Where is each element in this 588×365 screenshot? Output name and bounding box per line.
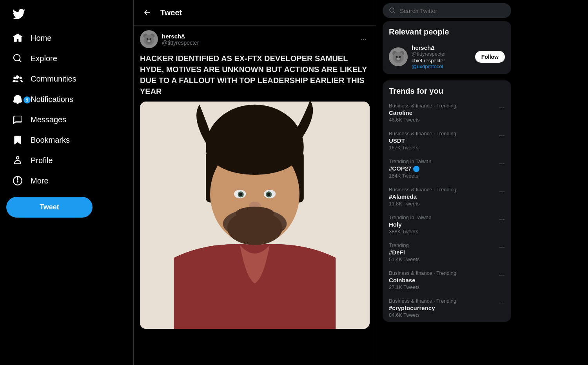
trend-item[interactable]: Trending in Taiwan #COP27 164K Tweets ··…	[383, 154, 511, 183]
trend-name: #DeFi	[389, 249, 420, 256]
trend-item[interactable]: Business & finance · Trending #Alameda 1…	[383, 183, 511, 211]
trend-content: Business & finance · Trending #cryptocur…	[389, 298, 456, 318]
trend-item[interactable]: Trending #DeFi 51.4K Tweets ···	[383, 238, 511, 266]
sidebar-item-notifications[interactable]: 9 Notifications	[6, 89, 127, 109]
tweet-body: hersch∆ @tittyrespecter ··· HACKER IDENT…	[134, 25, 376, 334]
sidebar-item-bookmarks[interactable]: Bookmarks	[6, 130, 127, 150]
svg-point-7	[149, 38, 151, 40]
tweet-button[interactable]: Tweet	[6, 197, 93, 218]
profile-icon	[13, 155, 23, 165]
trend-item[interactable]: Business & finance · Trending Coinbase 2…	[383, 266, 511, 294]
rel-person-handle: @tittyrespecter	[412, 51, 475, 57]
relevant-person-item: hersch∆ @tittyrespecter chief respecter …	[383, 40, 511, 74]
user-meta: hersch∆ @tittyrespecter	[162, 33, 199, 46]
sidebar-item-more-label: More	[31, 176, 49, 185]
rel-avatar[interactable]	[389, 47, 408, 66]
sidebar-item-profile[interactable]: Profile	[6, 151, 127, 170]
trend-count: 11.8K Tweets	[389, 201, 456, 207]
notifications-icon: 9	[13, 94, 23, 104]
user-name: hersch∆	[162, 33, 199, 40]
sidebar-item-home[interactable]: Home	[6, 28, 127, 48]
trend-content: Business & finance · Trending Coinbase 2…	[389, 270, 456, 290]
sidebar-item-messages-label: Messages	[31, 115, 66, 124]
communities-icon	[13, 74, 23, 84]
trend-more-button[interactable]: ···	[499, 270, 505, 279]
bookmarks-icon	[13, 135, 23, 145]
twitter-bird-icon	[13, 8, 25, 20]
sidebar-item-explore[interactable]: Explore	[6, 49, 127, 68]
trend-meta: Trending in Taiwan	[389, 214, 431, 220]
tweet-text: HACKER IDENTIFIED AS EX-FTX DEVELOPER SA…	[140, 53, 370, 97]
explore-icon	[13, 53, 23, 64]
back-arrow-icon	[143, 9, 151, 16]
trend-count: 27.1K Tweets	[389, 284, 456, 290]
trend-item[interactable]: Business & finance · Trending Caroline 4…	[383, 99, 511, 127]
trend-more-button[interactable]: ···	[499, 214, 505, 223]
search-bar	[383, 0, 511, 21]
trend-more-button[interactable]: ···	[499, 298, 505, 307]
tweet-photo	[140, 102, 370, 329]
tweet-page-header: Tweet	[134, 0, 376, 25]
trend-meta: Business & finance · Trending	[389, 103, 456, 109]
rel-bio-link[interactable]: @uxdprotocol	[412, 64, 443, 69]
search-icon	[389, 7, 396, 14]
trend-count: 51.4K Tweets	[389, 256, 420, 262]
trend-more-button[interactable]: ···	[499, 131, 505, 140]
trends-title: Trends for you	[383, 80, 511, 99]
trend-content: Business & finance · Trending #Alameda 1…	[389, 187, 456, 207]
tweet-user-info: hersch∆ @tittyrespecter	[140, 30, 199, 48]
trend-name: #cryptocurrency	[389, 305, 456, 311]
tweet-image	[140, 102, 370, 329]
trend-name: Holy	[389, 221, 431, 228]
trend-count: 84.6K Tweets	[389, 312, 456, 318]
trend-count: 167K Tweets	[389, 145, 456, 151]
avatar-image	[140, 30, 158, 48]
relevant-people-card: Relevant people hersch∆	[383, 21, 511, 74]
sidebar-item-more[interactable]: More	[6, 171, 127, 191]
sidebar-item-bookmarks-label: Bookmarks	[31, 136, 70, 145]
trend-badge	[413, 166, 419, 172]
trend-name: #COP27	[389, 165, 431, 172]
sidebar-item-profile-label: Profile	[31, 156, 53, 165]
trend-name: Coinbase	[389, 277, 456, 283]
trend-item[interactable]: Trending in Taiwan Holy 388K Tweets ···	[383, 211, 511, 238]
trend-meta: Business & finance · Trending	[389, 131, 456, 136]
avatar[interactable]	[140, 30, 158, 48]
svg-point-25	[227, 211, 282, 245]
trend-item[interactable]: Business & finance · Trending USDT 167K …	[383, 127, 511, 154]
page-title: Tweet	[160, 8, 182, 17]
twitter-logo[interactable]	[6, 3, 127, 27]
svg-point-6	[147, 38, 149, 40]
rel-bio-text: chief respecter	[412, 58, 445, 64]
follow-button[interactable]: Follow	[475, 51, 505, 63]
sidebar-item-notifications-label: Notifications	[31, 95, 73, 104]
trend-more-button[interactable]: ···	[499, 103, 505, 112]
svg-point-32	[399, 56, 401, 58]
svg-point-8	[147, 40, 151, 42]
trend-more-button[interactable]: ···	[499, 242, 505, 251]
main-content: Tweet h	[133, 0, 376, 365]
sidebar-item-home-label: Home	[31, 34, 51, 43]
trend-meta: Business & finance · Trending	[389, 298, 456, 304]
trend-meta: Trending in Taiwan	[389, 158, 431, 164]
svg-point-33	[397, 58, 400, 60]
tweet-image-inner	[140, 102, 370, 329]
notification-badge: 9	[24, 96, 31, 104]
sidebar-item-communities[interactable]: Communities	[6, 69, 127, 89]
trend-more-button[interactable]: ···	[499, 187, 505, 196]
tweet-user-row: hersch∆ @tittyrespecter ···	[140, 30, 370, 48]
trend-item[interactable]: Business & finance · Trending #cryptocur…	[383, 294, 511, 322]
tweet-more-button[interactable]: ···	[358, 34, 370, 45]
rel-person-bio: chief respecter @uxdprotocol	[412, 58, 475, 69]
search-input[interactable]	[400, 7, 505, 14]
svg-point-31	[396, 56, 398, 58]
trend-content: Trending in Taiwan #COP27 164K Tweets	[389, 158, 431, 179]
trend-meta: Trending	[389, 242, 420, 248]
search-inner[interactable]	[383, 3, 511, 18]
trend-count: 388K Tweets	[389, 229, 431, 234]
back-button[interactable]	[140, 5, 154, 20]
trend-more-button[interactable]: ···	[499, 158, 505, 167]
home-icon	[13, 33, 23, 43]
sidebar-item-messages[interactable]: Messages	[6, 110, 127, 129]
trend-content: Trending in Taiwan Holy 388K Tweets	[389, 214, 431, 234]
